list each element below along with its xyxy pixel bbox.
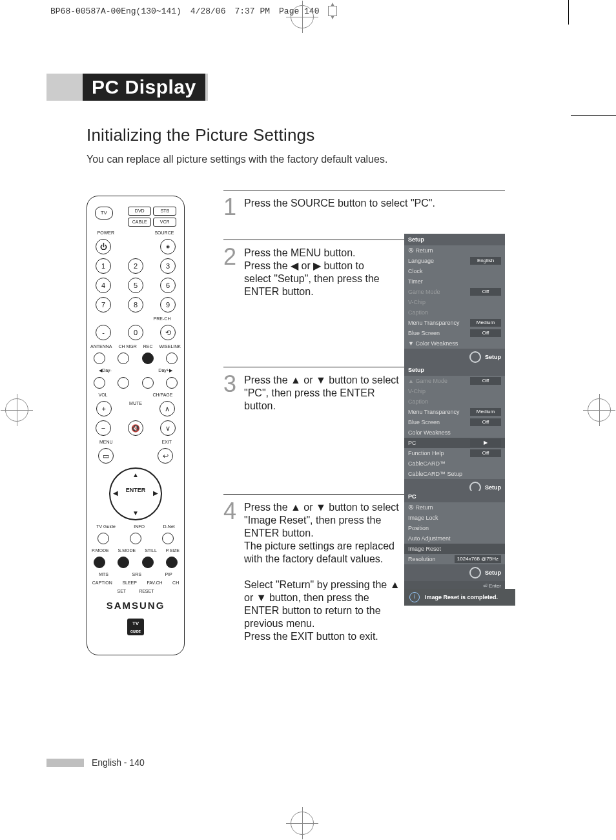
osd-row: ⦿ Return (404, 502, 505, 513)
tvguide-logo: TVGUIDE (127, 619, 144, 635)
osd-message-bar: i Image Reset is completed. (404, 589, 515, 606)
step-1: 1 Press the SOURCE button to select "PC"… (223, 190, 505, 228)
osd-row: Function HelpOff (404, 448, 505, 458)
remote-label: POWER (98, 230, 114, 235)
page-subtitle: Initializing the Picture Settings (87, 125, 314, 145)
osd-row-label: Menu Transparency (408, 319, 460, 327)
osd-row: ▲ Game ModeOff (404, 376, 505, 386)
lead-text: You can replace all picture settings wit… (87, 152, 387, 167)
remote-label: P.MODE (92, 548, 109, 553)
registration-mark-icon (588, 398, 611, 422)
remote-label: WISELINK (159, 344, 181, 349)
osd-row: Menu TransparencyMedium (404, 407, 505, 417)
gear-icon (469, 567, 481, 579)
osd-row: CableCARD™ Setup (404, 469, 505, 479)
remote-label: CH (172, 580, 179, 585)
step-text: Press the ▲ or ▼ button to select "Image… (244, 501, 406, 643)
remote-tv-button: TV (95, 207, 113, 220)
osd-row: Image Lock (404, 513, 505, 523)
remote-small-button (130, 533, 141, 544)
vol-down-icon: − (96, 420, 111, 436)
osd-row-label: Language (408, 257, 434, 265)
brand-logo: SAMSUNG (87, 600, 184, 611)
remote-label: CH MGR (118, 344, 136, 349)
osd-row-label: CableCARD™ Setup (408, 470, 462, 478)
remote-label: MTS (99, 572, 108, 577)
osd-setup-2: Setup ▲ Game ModeOffV-ChipCaptionMenu Tr… (404, 364, 505, 506)
step-text: Press the ▲ or ▼ button to select "PC", … (244, 374, 399, 413)
osd-row: Timer (404, 276, 505, 287)
remote-mode-pill: CABLE (128, 218, 151, 227)
remote-num: 9 (160, 297, 176, 312)
osd-row-label: Position (408, 524, 429, 532)
osd-row: ⦿ Return (404, 245, 505, 256)
osd-header: PC (404, 491, 505, 502)
remote-num: 7 (96, 297, 111, 312)
osd-row: ▼ Color Weakness (404, 338, 505, 349)
remote-label: TV Guide (96, 524, 116, 529)
remote-small-button (98, 533, 109, 544)
osd-row-label: V-Chip (408, 298, 426, 306)
stop-icon (118, 377, 129, 389)
osd-row-value: Medium (470, 408, 501, 416)
osd-header: Setup (404, 234, 505, 245)
footer-text: English - 140 (92, 757, 145, 768)
remote-label: MUTE (129, 401, 142, 416)
remote-small-button (166, 353, 178, 364)
osd-row-value: Medium (470, 319, 501, 327)
ch-up-icon: ∧ (159, 401, 175, 416)
fold-mark-icon (328, 6, 337, 16)
remote-small-button (118, 557, 129, 568)
osd-row-label: Blue Screen (408, 329, 440, 337)
remote-num: 8 (128, 297, 143, 312)
arrow-up-icon: ▲ (132, 471, 139, 478)
title-accent (46, 74, 83, 101)
vol-up-icon: + (96, 401, 112, 416)
remote-label: P.SIZE (166, 548, 180, 553)
osd-enter-label: Enter (489, 583, 501, 589)
osd-row: Blue ScreenOff (404, 417, 505, 427)
remote-label: INFO (134, 524, 145, 529)
remote-enter: ENTER (110, 487, 161, 493)
section-title: PC Display (83, 74, 205, 101)
step-text: Press the MENU button. Press the ◀ or ▶ … (244, 247, 393, 298)
osd-footer-label: Setup (485, 569, 501, 577)
osd-row-label: ▼ Color Weakness (408, 340, 458, 347)
osd-row-label: Game Mode (408, 288, 440, 296)
osd-footer-label: Setup (485, 353, 501, 361)
page-footer: English - 140 (46, 757, 145, 768)
remote-label: SOURCE (154, 230, 174, 235)
crop-mark (571, 115, 616, 116)
osd-pc: PC ⦿ ReturnImage LockPositionAuto Adjust… (404, 491, 505, 591)
remote-label: PRE-CH (154, 316, 171, 321)
remote-label: SRS (132, 572, 141, 577)
osd-row: Blue ScreenOff (404, 328, 505, 338)
osd-row-value: Off (470, 377, 501, 385)
osd-row-value: Off (470, 449, 501, 457)
registration-mark-icon (291, 812, 314, 835)
remote-label: S.MODE (118, 548, 136, 553)
osd-row: Position (404, 523, 505, 533)
osd-row: Menu TransparencyMedium (404, 318, 505, 328)
osd-row-value: English (470, 257, 501, 265)
remote-nav-ring: ▲ ▼ ◀ ▶ ENTER (109, 467, 162, 520)
osd-row-label: Resolution (408, 555, 436, 563)
play-icon (142, 377, 154, 389)
osd-row-label: ▲ Game Mode (408, 377, 447, 385)
osd-row: V-Chip (404, 297, 505, 307)
osd-row: Auto Adjustment (404, 533, 505, 544)
osd-header: Setup (404, 364, 505, 376)
osd-row: Game ModeOff (404, 287, 505, 297)
remote-label: VOL (98, 393, 107, 397)
osd-row-label: Image Lock (408, 514, 438, 522)
osd-row: Clock (404, 266, 505, 276)
remote-num: 0 (128, 325, 143, 340)
osd-row-label: Function Help (408, 449, 444, 457)
osd-row-label: Menu Transparency (408, 408, 460, 416)
section-title-bar: PC Display (46, 74, 292, 101)
remote-label: PIP (165, 572, 172, 577)
remote-mode-pill: STB (153, 207, 176, 216)
registration-mark-icon (291, 5, 314, 28)
print-file: BP68-00587A-00Eng(130~141) (50, 6, 181, 16)
rewind-icon (94, 377, 105, 389)
